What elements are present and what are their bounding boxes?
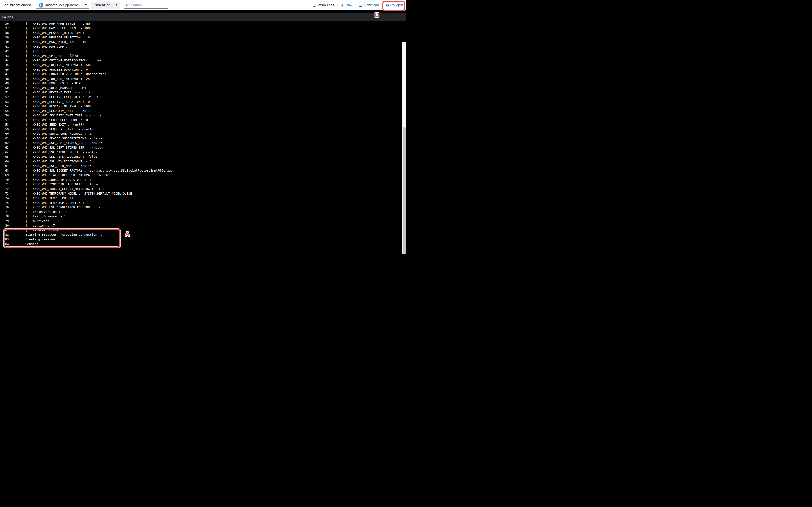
line-number: 83 — [0, 237, 21, 242]
line-number: 67 — [0, 164, 21, 168]
scrollbar-thumb[interactable] — [403, 127, 406, 253]
collapse-link[interactable]: Collapse — [386, 3, 404, 7]
search-input[interactable] — [131, 3, 165, 7]
log-line: 45| | XMSC_WMQ_POLLING_INTERVAL :- 5000 — [0, 63, 406, 67]
line-number: 47 — [0, 72, 21, 76]
line-text: | | XMSC_WMQ_SEND_CHECK_COUNT :- 0 — [21, 118, 88, 122]
log-line: 66| | XMSC_WMQ_SSL_KEY_RESETCOUNT :- 0 — [0, 159, 406, 164]
log-line: 62| | XMSC_WMQ_SSL_CERT_STORES_COL :- <n… — [0, 140, 406, 145]
line-number: 71 — [0, 182, 21, 186]
line-text: | | failIfQuiesce :- 1 — [21, 215, 66, 218]
line-text: | | XMSC_WMQ_SSL_CERT_STORES_COL :- <nul… — [21, 141, 103, 145]
line-number: 44 — [0, 58, 21, 63]
log-line: 77| | brokerVersion :- -1 — [0, 209, 406, 214]
line-number: 74 — [0, 196, 21, 201]
wrap-lines-checkbox[interactable] — [313, 3, 316, 7]
line-number: 66 — [0, 159, 21, 164]
log-type-select[interactable]: Current log — [91, 2, 120, 9]
line-text: | | XMSC_WMQ_MSG_BATCH_SIZE :- 10 — [21, 40, 86, 44]
log-line: 38| | XMSC_WMQ_MESSAGE_RETENTION :- 1 — [0, 31, 406, 35]
log-pane-top-strip — [0, 10, 406, 13]
line-number: 50 — [0, 86, 21, 91]
log-line: 40| | XMSC_WMQ_MSG_BATCH_SIZE :- 10 — [0, 40, 406, 44]
log-line: 83Creating session... — [0, 237, 406, 242]
log-body: 36| | XMSC_WMQ_MAP_NAME_STYLE :- true37|… — [0, 21, 406, 253]
log-line: 69| | XMSC_WMQ_STATUS_REFRESH_INTERVAL :… — [0, 173, 406, 177]
line-text: | | XMSC_WMQ_MAX_BUFFER_SIZE :- 1000 — [21, 26, 92, 30]
line-text: | | XMSC_WMQ_TARGET_CLIENT_MATCHING :- t… — [21, 187, 105, 190]
compress-icon — [386, 3, 389, 7]
line-text: | | XMSC_WMQ_PROVIDER_VERSION :- unspeci… — [21, 72, 106, 76]
line-text: | | | 0 :- 0 — [21, 50, 47, 53]
line-text: | | XMSC_WMQ_MAP_NAME_STYLE :- true — [21, 22, 90, 25]
line-text: | | XMSC_WMQ_SYNCPOINT_ALL_GETS :- false — [21, 182, 99, 186]
raw-link[interactable]: Raw — [341, 3, 352, 7]
log-line: 74| | XMSC_WMQ_TEMP_Q_PREFIX :- — [0, 196, 406, 201]
line-text: | | wildcardFormat :- 0 — [21, 228, 68, 232]
line-text: | | version :- 7 — [21, 224, 55, 227]
line-number: 53 — [0, 99, 21, 104]
log-line: 76| | XMSC_WMQ_USE_CONNECTION_POOLING :-… — [0, 205, 406, 210]
collapse-label: Collapse — [391, 3, 404, 7]
log-line: 61| | XMSC_WMQ_SPARSE_SUBSCRIPTIONS :- f… — [0, 136, 406, 141]
line-text: | | XMSC_WMQ_SPARSE_SUBSCRIPTIONS :- fal… — [21, 136, 103, 140]
log-line: 80| | version :- 7 — [0, 223, 406, 228]
line-number: 70 — [0, 177, 21, 182]
line-number: 77 — [0, 209, 21, 214]
line-number: 62 — [0, 140, 21, 145]
toolbar-separator: | — [337, 3, 338, 7]
line-text: | | XMSC_WMQ_TEMP_TOPIC_PREFIX :- — [21, 201, 86, 205]
line-number: 45 — [0, 63, 21, 67]
log-line: 41| | XMSC_WMQ_MSG_COMP :- — [0, 44, 406, 49]
line-number: 69 — [0, 173, 21, 177]
line-text: | | XMSC_WMQ_SSL_SOCKET_FACTORY :- sun.s… — [21, 169, 172, 172]
copy-icon — [341, 3, 345, 7]
log-line: 60| | XMSC_WMQ_SHARE_CONV_ALLOWED :- 1 — [0, 131, 406, 136]
container-badge-icon: C — [39, 3, 44, 7]
log-line: 67| | XMSC_WMQ_SSL_PEER_NAME :- <null> — [0, 164, 406, 168]
line-number: 80 — [0, 223, 21, 228]
line-number: 49 — [0, 81, 21, 86]
log-line: 49| | XMSC_WMQ_QMGR_CCSID :- 819 — [0, 81, 406, 86]
download-link[interactable]: Download — [359, 3, 379, 7]
toolbar-separator: | — [355, 3, 356, 7]
log-line: 44| | XMSC_WMQ_OUTCOME_NOTIFICATION :- t… — [0, 58, 406, 63]
wrap-lines-toggle[interactable]: Wrap lines — [313, 3, 334, 7]
line-text: | | multicast :- 0 — [21, 219, 58, 223]
search-icon — [126, 3, 129, 7]
log-line: 72| | XMSC_WMQ_TARGET_CLIENT_MATCHING :-… — [0, 186, 406, 191]
log-line: 57| | XMSC_WMQ_SEND_CHECK_COUNT :- 0 — [0, 118, 406, 122]
line-number: 76 — [0, 205, 21, 210]
line-text: | | XMSC_WMQ_QUEUE_MANAGER :- QM1 — [21, 86, 86, 90]
line-text: | | XMSC_WMQ_PUB_ACK_INTERVAL :- 25 — [21, 77, 90, 80]
line-number: 43 — [0, 54, 21, 58]
log-line: 56| | XMSC_WMQ_SECURITY_EXIT_INIT :- <nu… — [0, 113, 406, 118]
wrap-lines-label: Wrap lines — [318, 3, 334, 7]
log-line: 59| | XMSC_WMQ_SEND_EXIT_INIT :- <null> — [0, 127, 406, 132]
line-number: 40 — [0, 40, 21, 44]
log-line: 55| | XMSC_WMQ_SECURITY_EXIT :- <null> — [0, 108, 406, 113]
log-line: 65| | XMSC_WMQ_SSL_FIPS_REQUIRED :- fals… — [0, 155, 406, 159]
line-number: 58 — [0, 122, 21, 127]
line-text: | | XMSC_WMQ_SSL_CIPHER_SUITE :- <null> — [21, 151, 97, 154]
line-text: | | XMSC_WMQ_SECURITY_EXIT :- <null> — [21, 109, 92, 113]
log-line: 43| | XMSC_WMQ_OPT_PUB :- false — [0, 54, 406, 58]
line-text: | | XMSC_WMQ_SUBSCRIPTION_STORE :- 1 — [21, 178, 92, 181]
line-number: 59 — [0, 127, 21, 132]
container-select-label: jmsproducer-jgr-demo — [45, 3, 79, 7]
log-line: 37| | XMSC_WMQ_MAX_BUFFER_SIZE :- 1000 — [0, 26, 406, 31]
toolbar-separator: | — [382, 3, 383, 7]
line-number: 65 — [0, 155, 21, 159]
line-number: 79 — [0, 219, 21, 223]
log-line: 68| | XMSC_WMQ_SSL_SOCKET_FACTORY :- sun… — [0, 168, 406, 173]
log-line: 53| | XMSC_WMQ_RECEIVE_ISOLATION :- 0 — [0, 99, 406, 104]
container-select[interactable]: C jmsproducer-jgr-demo — [36, 2, 89, 9]
line-text: | | XMSC_WMQ_SSL_KEY_RESETCOUNT :- 0 — [21, 160, 92, 163]
log-line: 48| | XMSC_WMQ_PUB_ACK_INTERVAL :- 25 — [0, 76, 406, 81]
log-toolbar: Log stream ended. C jmsproducer-jgr-demo… — [0, 0, 406, 10]
line-number: 41 — [0, 44, 21, 49]
scrollbar[interactable] — [402, 42, 406, 253]
line-number: 72 — [0, 186, 21, 191]
line-text: Sending... — [21, 242, 44, 246]
line-text: | | XMSC_WMQ_QMGR_CCSID :- 819 — [21, 81, 81, 85]
